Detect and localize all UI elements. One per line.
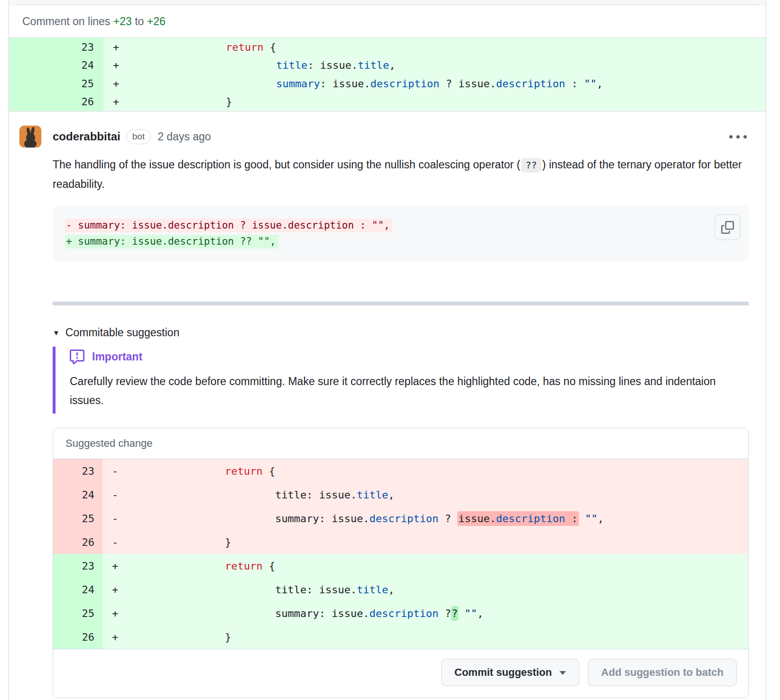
diff-line-add-26: 26+ } (53, 625, 748, 649)
code-text: title: issue.title, (124, 584, 395, 596)
line-number[interactable]: 26 (53, 625, 102, 649)
diff-sign: - (112, 465, 124, 477)
important-label: Important (92, 350, 142, 363)
line-number[interactable]: 24 (53, 483, 102, 507)
diff-sign: + (113, 59, 125, 71)
diff-sign: - (112, 513, 124, 525)
diff-line-del-26: 26- } (53, 530, 748, 554)
important-callout-text: Carefully review the code before committ… (70, 372, 732, 410)
snippet-deleted-line: - summary: issue.description ? issue.des… (65, 217, 736, 233)
diff-sign: - (112, 489, 124, 501)
commit-suggestion-label: Commit suggestion (455, 666, 552, 679)
diff-sign: + (112, 584, 124, 596)
thread-header-strip (9, 0, 766, 6)
diff-snippet-block: - summary: issue.description ? issue.des… (53, 206, 749, 261)
suggested-change-title: Suggested change (53, 428, 748, 459)
review-comment: coderabbitai bot 2 days ago The handling… (9, 111, 766, 698)
comment-lines-separator: to (132, 15, 147, 28)
avatar[interactable] (19, 126, 41, 147)
code-text: } (125, 96, 232, 108)
suggestion-actions: Commit suggestion Add suggestion to batc… (53, 649, 748, 698)
code-text: summary: issue.description ? issue.descr… (125, 78, 603, 90)
diff-sign: + (112, 631, 124, 643)
chevron-down-icon (559, 671, 566, 675)
suggested-change-box: Suggested change 23- return {24- title: … (53, 428, 749, 698)
triangle-down-icon: ▼ (53, 329, 60, 337)
code-text: summary: issue.description ? issue.descr… (124, 513, 604, 525)
inline-code-nullish-operator: ?? (521, 158, 541, 173)
line-number[interactable]: 26 (9, 93, 103, 111)
code-text: return { (124, 465, 275, 477)
diff-line-add-24: 24+ title: issue.title, (53, 578, 748, 601)
referenced-diff-hunk: 23+ return {24+ title: issue.title,25+ s… (9, 38, 766, 111)
diff-line-add-26: 26+ } (9, 93, 766, 111)
code-text: title: issue.title, (124, 489, 395, 501)
line-ref-to: +26 (147, 15, 166, 28)
line-number[interactable]: 23 (9, 38, 103, 56)
line-number[interactable]: 24 (53, 578, 102, 601)
important-callout: Important Carefully review the code befo… (53, 347, 749, 414)
divider (53, 302, 749, 305)
line-number[interactable]: 23 (53, 459, 102, 483)
diff-sign: + (113, 41, 125, 53)
line-number[interactable]: 25 (9, 74, 103, 93)
copy-button[interactable] (715, 214, 740, 240)
commit-suggestion-button[interactable]: Commit suggestion (441, 659, 579, 686)
line-number[interactable]: 25 (53, 507, 102, 530)
diff-line-del-23: 23- return { (53, 459, 748, 483)
add-suggestion-to-batch-button[interactable]: Add suggestion to batch (588, 659, 737, 686)
comment-text: The handling of the issue description is… (53, 155, 749, 193)
code-text: summary: issue.description ?? "", (124, 608, 483, 619)
line-number[interactable]: 26 (53, 530, 102, 554)
line-ref-from: +23 (113, 15, 132, 28)
report-icon (70, 350, 84, 364)
code-text: } (124, 536, 231, 548)
comment-text-before: The handling of the issue description is… (53, 158, 520, 171)
bot-badge: bot (126, 129, 151, 144)
diff-line-add-23: 23+ return { (53, 554, 748, 578)
diff-sign: + (112, 560, 124, 572)
code-text: return { (125, 41, 276, 53)
diff-line-add-23: 23+ return { (9, 38, 766, 56)
diff-line-add-24: 24+ title: issue.title, (9, 56, 766, 75)
diff-sign: + (112, 608, 124, 619)
diff-line-add-25: 25+ summary: issue.description ?? "", (53, 601, 748, 625)
comment-lines-header: Comment on lines +23 to +26 (9, 6, 766, 38)
important-callout-title: Important (70, 350, 749, 364)
copy-icon (721, 221, 734, 234)
review-thread-card: Comment on lines +23 to +26 23+ return {… (9, 0, 766, 700)
diff-line-add-25: 25+ summary: issue.description ? issue.d… (9, 74, 766, 93)
commitable-suggestion-toggle[interactable]: ▼ Commitable suggestion (53, 326, 179, 339)
kebab-menu-icon[interactable] (727, 130, 749, 143)
diff-sign: + (113, 78, 125, 90)
code-text: title: issue.title, (125, 59, 396, 71)
diff-sign: - (112, 536, 124, 548)
commitable-suggestion-label: Commitable suggestion (65, 326, 179, 339)
comment-author[interactable]: coderabbitai (53, 130, 121, 143)
line-number[interactable]: 25 (53, 601, 102, 625)
code-text: return { (124, 560, 275, 572)
suggested-change-diff: 23- return {24- title: issue.title,25- s… (53, 459, 748, 649)
diff-line-del-24: 24- title: issue.title, (53, 483, 748, 507)
snippet-added-line: + summary: issue.description ?? "", (65, 233, 736, 249)
code-text: } (124, 631, 231, 643)
comment-body: The handling of the issue description is… (53, 155, 749, 698)
comment-lines-prefix: Comment on lines (22, 15, 113, 28)
diff-sign: + (113, 96, 125, 108)
line-number[interactable]: 24 (9, 56, 103, 75)
diff-line-del-25: 25- summary: issue.description ? issue.d… (53, 507, 748, 530)
rabbit-logo-icon (19, 126, 41, 147)
comment-timestamp[interactable]: 2 days ago (158, 130, 211, 143)
line-number[interactable]: 23 (53, 554, 102, 578)
comment-header: coderabbitai bot 2 days ago (19, 126, 749, 147)
